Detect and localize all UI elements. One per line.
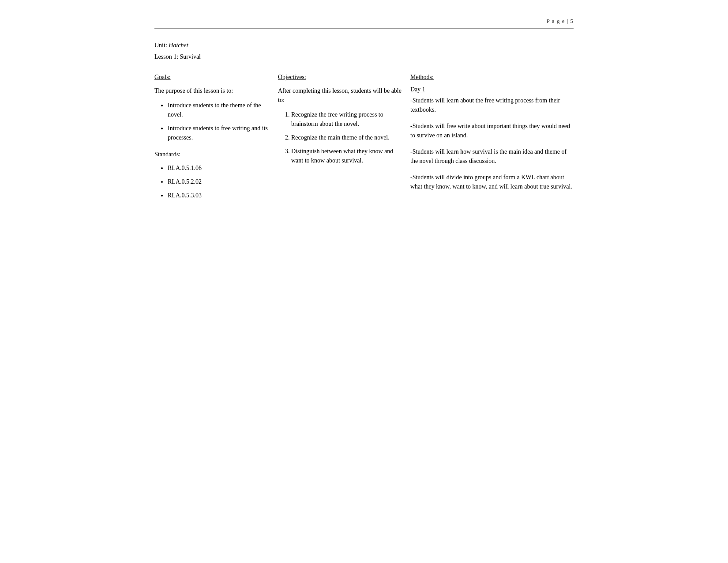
- list-item: Recognize the main theme of the novel.: [291, 133, 402, 142]
- page-header: P a g e | 5: [154, 18, 574, 29]
- objectives-heading: Objectives:: [278, 74, 402, 81]
- method-para-1: -Students will learn about the free writ…: [410, 96, 574, 114]
- unit-line: Unit: Hatchet: [154, 42, 574, 49]
- goals-intro: The purpose of this lesson is to:: [154, 86, 269, 95]
- list-item: Recognize the free writing process to br…: [291, 110, 402, 128]
- objectives-list: Recognize the free writing process to br…: [278, 110, 402, 165]
- list-item: RLA.0.5.3.03: [168, 191, 269, 200]
- objectives-intro: After completing this lesson, students w…: [278, 86, 402, 105]
- objectives-column: Objectives: After completing this lesson…: [278, 74, 410, 170]
- list-item: Distinguish between what they know and w…: [291, 147, 402, 165]
- day-label: Day 1: [410, 86, 574, 93]
- list-item: RLA.0.5.1.06: [168, 163, 269, 173]
- goals-list: Introduce students to the theme of the n…: [154, 101, 269, 142]
- methods-column: Methods: Day 1 -Students will learn abou…: [410, 74, 574, 198]
- standards-section: Standards: RLA.0.5.1.06 RLA.0.5.2.02 RLA…: [154, 151, 269, 200]
- method-para-4: -Students will divide into groups and fo…: [410, 173, 574, 191]
- method-para-2: -Students will free write about importan…: [410, 121, 574, 140]
- page-number: P a g e | 5: [547, 18, 574, 25]
- method-para-3: -Students will learn how survival is the…: [410, 147, 574, 166]
- page-container: P a g e | 5 Unit: Hatchet Lesson 1: Surv…: [154, 0, 574, 234]
- unit-title: Hatchet: [169, 42, 188, 49]
- list-item: Introduce students to free writing and i…: [168, 124, 269, 142]
- list-item: Introduce students to the theme of the n…: [168, 101, 269, 119]
- goals-heading: Goals:: [154, 74, 269, 81]
- standards-heading: Standards:: [154, 151, 269, 158]
- standards-list: RLA.0.5.1.06 RLA.0.5.2.02 RLA.0.5.3.03: [154, 163, 269, 200]
- three-col-layout: Goals: The purpose of this lesson is to:…: [154, 74, 574, 207]
- goals-column: Goals: The purpose of this lesson is to:…: [154, 74, 278, 207]
- list-item: RLA.0.5.2.02: [168, 177, 269, 186]
- lesson-line: Lesson 1: Survival: [154, 53, 574, 60]
- lesson-label: Lesson 1: Survival: [154, 53, 201, 60]
- unit-label: Unit:: [154, 42, 169, 49]
- methods-heading: Methods:: [410, 74, 574, 81]
